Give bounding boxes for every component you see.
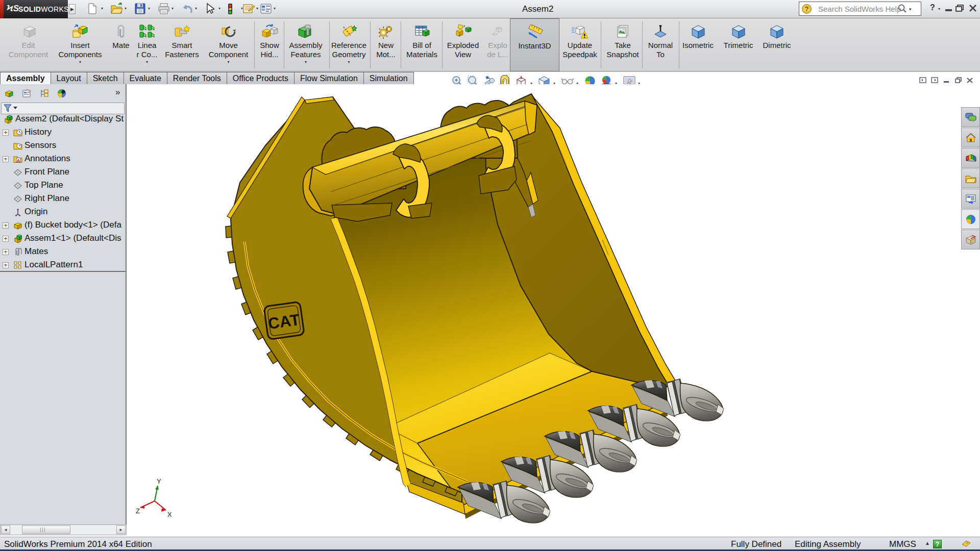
- svg-text:X: X: [167, 511, 172, 518]
- svg-text:A: A: [17, 158, 20, 163]
- svg-text:Z: Z: [136, 507, 140, 515]
- svg-text:Y: Y: [157, 478, 161, 485]
